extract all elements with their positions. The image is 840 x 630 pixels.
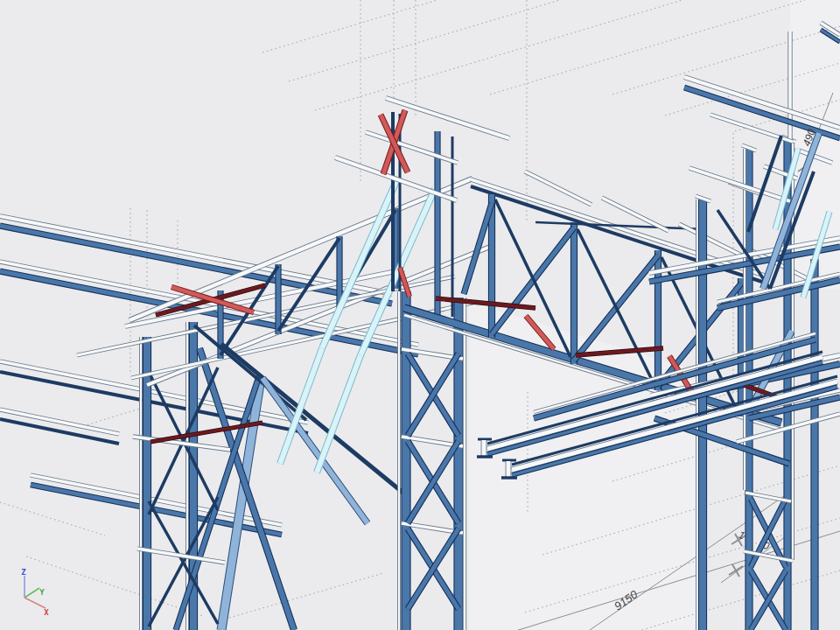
y-axis-line (24, 588, 39, 598)
steel-beam-white[interactable] (690, 168, 790, 201)
axis-triad-icon: Z Y X (21, 568, 49, 617)
grid-line (315, 0, 682, 110)
member-dark-red[interactable] (150, 423, 262, 442)
grid-line (289, 0, 560, 81)
steel-structure[interactable] (0, 23, 840, 630)
grid-line (229, 573, 383, 618)
steel-member-blue[interactable] (0, 271, 418, 354)
x-axis-label: X (44, 608, 49, 617)
steel-beam-white[interactable] (366, 132, 458, 163)
y-axis-label: Y (39, 588, 45, 597)
cad-viewport[interactable]: 1 0 9150 490 Z Y X (0, 0, 840, 630)
grid-line (83, 409, 140, 426)
x-axis-line (24, 598, 46, 608)
grid-line (490, 0, 805, 94)
grid-line (26, 556, 203, 616)
model-view-svg[interactable]: 1 0 9150 490 Z Y X (0, 0, 840, 630)
grid-line (0, 502, 105, 536)
z-axis-label: Z (21, 568, 26, 577)
